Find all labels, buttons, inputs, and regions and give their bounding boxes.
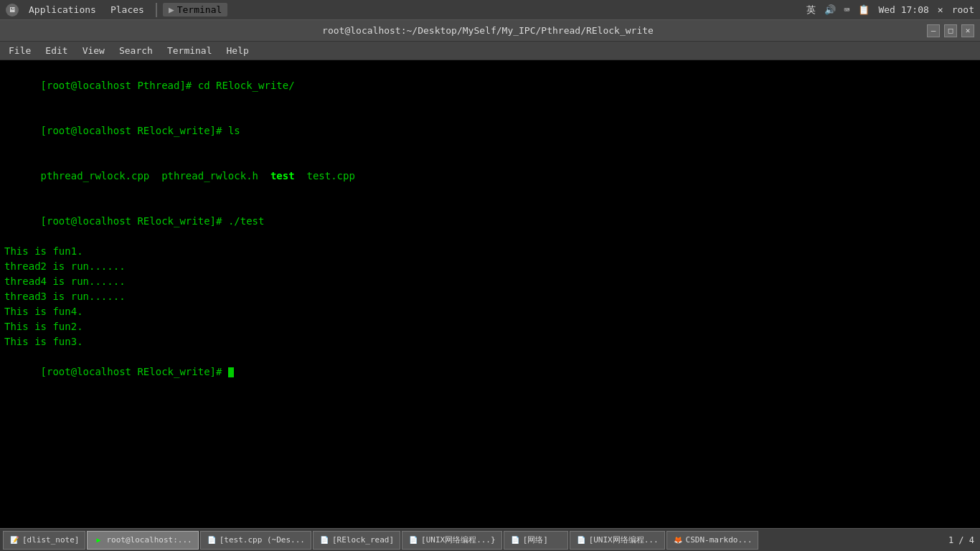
network-label: [网络] (523, 534, 548, 545)
menu-bar: File Edit View Search Terminal Help (0, 42, 980, 60)
output-fun4: This is fun4. (4, 304, 976, 319)
taskbar-unix1[interactable]: 📄 [UNIX网络编程...} (402, 531, 502, 550)
taskbar-right: 1 / 4 (948, 535, 977, 545)
cmd-2: ls (228, 125, 240, 136)
cursor (228, 367, 234, 377)
title-bar: root@localhost:~/Desktop/MySelf/My_IPC/P… (0, 20, 980, 42)
file-test-cpp: test.cpp (295, 170, 355, 182)
prompt-2: [root@localhost RElock_write]# (41, 125, 228, 136)
output-thread2: thread2 is run...... (4, 259, 976, 274)
taskbar-csdn[interactable]: 🦊 CSDN-markdo... (666, 531, 759, 550)
test-cpp-label: [test.cpp (~Des... (220, 535, 305, 545)
line-ls-output: pthread_rwlock.cpp pthread_rwlock.h test… (4, 154, 976, 199)
window-title: root@localhost:~/Desktop/MySelf/My_IPC/P… (49, 25, 927, 36)
system-bar-right: 英 🔊 ⌨ 📋 Wed 17:08 ✕ root (806, 4, 974, 17)
terminal-icon: ▶ (169, 4, 174, 15)
window-controls: — □ ✕ (927, 24, 974, 37)
volume-icon: 🔊 (824, 4, 836, 15)
line-3: [root@localhost RElock_write]# ./test (4, 199, 976, 244)
output-fun3: This is fun3. (4, 334, 976, 349)
dlist-label: [dlist_note] (22, 535, 79, 545)
line-2: [root@localhost RElock_write]# ls (4, 108, 976, 154)
menu-terminal[interactable]: Terminal (161, 44, 218, 57)
dlist-icon: 📝 (9, 535, 19, 545)
taskbar-dlist[interactable]: 📝 [dlist_note] (3, 531, 85, 550)
file-test-exec: test (270, 170, 295, 182)
taskbar-terminal[interactable]: ▶ root@localhost:... (87, 531, 198, 550)
taskbar-unix2[interactable]: 📄 [UNIX网络编程... (570, 531, 665, 550)
file-pthread-cpp: pthread_rwlock.cpp pthread_rwlock.h (41, 170, 270, 182)
menu-help[interactable]: Help (221, 44, 255, 57)
prompt-3: [root@localhost RElock_write]# (41, 215, 228, 227)
relock-read-label: [RElock_read] (332, 535, 394, 545)
cmd-1: cd RElock_write/ (198, 80, 295, 91)
firefox-icon: 🦊 (673, 535, 683, 545)
test-cpp-icon: 📄 (207, 535, 217, 545)
relock-read-icon: 📄 (319, 535, 329, 545)
line-final-prompt: [root@localhost RElock_write]# (4, 349, 976, 395)
terminal-label: Terminal (177, 4, 222, 15)
output-thread4: thread4 is run...... (4, 274, 976, 289)
taskbar-test-cpp[interactable]: 📄 [test.cpp (~Des... (200, 531, 311, 550)
page-indicator[interactable]: 1 / 4 (948, 535, 974, 545)
taskbar-network[interactable]: 📄 [网络] (504, 531, 568, 550)
taskbar-relock-read[interactable]: 📄 [RElock_read] (313, 531, 400, 550)
cmd-3: ./test (228, 215, 265, 227)
datetime[interactable]: Wed 17:08 (878, 4, 928, 15)
system-bar-left: 🖥 Applications Places ▶ Terminal (6, 3, 227, 17)
menu-view[interactable]: View (77, 44, 110, 57)
applications-menu[interactable]: Applications (23, 3, 102, 17)
username: root (952, 4, 974, 15)
unix2-label: [UNIX网络编程... (589, 534, 659, 545)
menu-edit[interactable]: Edit (39, 44, 73, 57)
close-icon: ✕ (938, 4, 943, 15)
terminal-task-label: root@localhost:... (106, 535, 192, 545)
minimize-button[interactable]: — (927, 24, 940, 37)
prompt-1: [root@localhost Pthread]# (41, 80, 198, 91)
clipboard-icon: 📋 (858, 4, 870, 15)
menu-file[interactable]: File (3, 44, 37, 57)
output-fun1: This is fun1. (4, 244, 976, 259)
taskbar: 📝 [dlist_note] ▶ root@localhost:... 📄 [t… (0, 528, 980, 551)
separator (156, 3, 157, 17)
unix1-label: [UNIX网络编程...} (421, 534, 496, 545)
keyboard-icon: ⌨ (844, 4, 850, 15)
network-icon: 📄 (510, 535, 520, 545)
terminal-launcher[interactable]: ▶ Terminal (163, 3, 227, 17)
output-thread3: thread3 is run...... (4, 289, 976, 304)
maximize-button[interactable]: □ (944, 24, 957, 37)
close-button[interactable]: ✕ (961, 24, 974, 37)
places-menu[interactable]: Places (105, 3, 150, 17)
app-icon: 🖥 (6, 4, 19, 17)
menu-search[interactable]: Search (113, 44, 159, 57)
terminal-content[interactable]: [root@localhost Pthread]# cd RElock_writ… (0, 60, 980, 551)
terminal-window: root@localhost:~/Desktop/MySelf/My_IPC/P… (0, 20, 980, 551)
unix2-icon: 📄 (576, 535, 586, 545)
final-prompt: [root@localhost RElock_write]# (41, 366, 228, 377)
csdn-label: CSDN-markdo... (686, 535, 753, 545)
unix1-icon: 📄 (408, 535, 418, 545)
line-1: [root@localhost Pthread]# cd RElock_writ… (4, 63, 976, 108)
output-fun2: This is fun2. (4, 319, 976, 334)
system-bar: 🖥 Applications Places ▶ Terminal 英 🔊 ⌨ 📋… (0, 0, 980, 20)
language-indicator[interactable]: 英 (806, 4, 816, 17)
terminal-task-icon: ▶ (93, 535, 103, 545)
